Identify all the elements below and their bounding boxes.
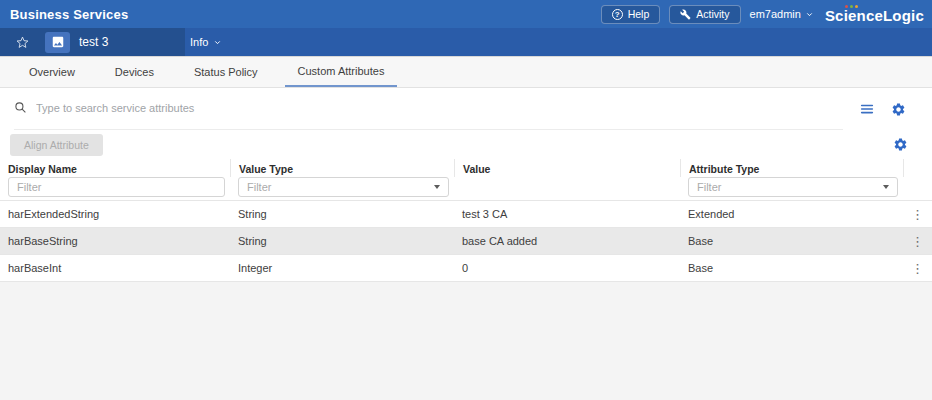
filter-select-value-type[interactable]: Filter — [238, 177, 449, 197]
filter-select-placeholder: Filter — [697, 181, 721, 193]
column-header-display-name[interactable]: Display Name — [0, 159, 230, 177]
cell-value-type: String — [230, 235, 454, 247]
service-thumbnail — [45, 32, 70, 53]
table-row[interactable]: harBaseInt Integer 0 Base — [0, 255, 932, 282]
image-icon — [51, 35, 65, 49]
cell-display-name: harExtendedString — [0, 208, 230, 220]
cell-attribute-type: Base — [680, 235, 903, 247]
cell-value: test 3 CA — [454, 208, 680, 220]
help-button[interactable]: Help — [601, 5, 661, 24]
align-attribute-button[interactable]: Align Attribute — [10, 134, 103, 156]
app-title: Business Services — [10, 7, 128, 22]
service-identity: test 3 — [0, 28, 185, 56]
info-dropdown-label: Info — [190, 36, 208, 48]
cell-value-type: String — [230, 208, 454, 220]
wrench-icon — [680, 9, 691, 20]
column-header-value-type[interactable]: Value Type — [230, 159, 454, 177]
user-name: em7admin — [750, 8, 801, 20]
tab-custom-attributes[interactable]: Custom Attributes — [285, 57, 398, 87]
table-header-row: Display Name Value Type Value Attribute … — [0, 159, 932, 177]
search-row — [0, 88, 932, 130]
tab-devices[interactable]: Devices — [102, 57, 167, 87]
row-actions-kebab-icon[interactable] — [903, 208, 932, 221]
topbar: Business Services Help Activity em7admin… — [0, 0, 932, 28]
info-dropdown[interactable]: Info — [190, 36, 222, 48]
dropdown-caret-icon — [883, 185, 889, 189]
tab-overview[interactable]: Overview — [16, 57, 88, 87]
grid-settings-gear-icon[interactable] — [893, 137, 908, 152]
logo-text: ScienceLogic — [825, 7, 924, 24]
service-name: test 3 — [79, 35, 108, 49]
cell-attribute-type: Base — [680, 262, 903, 274]
page-background-filler — [0, 282, 932, 400]
tab-bar: Overview Devices Status Policy Custom At… — [0, 57, 932, 88]
cell-display-name: harBaseInt — [0, 262, 230, 274]
service-header-bar: test 3 Info — [0, 28, 932, 57]
sciencelogic-logo: ScienceLogic — [825, 5, 924, 24]
search-input[interactable] — [36, 102, 843, 114]
cell-value: 0 — [454, 262, 680, 274]
activity-button-label: Activity — [696, 8, 729, 20]
list-view-toggle-icon[interactable] — [860, 103, 874, 115]
row-actions-kebab-icon[interactable] — [903, 262, 932, 275]
favorite-star-icon[interactable] — [16, 36, 29, 49]
table-row[interactable]: harExtendedString String test 3 CA Exten… — [0, 201, 932, 228]
chevron-down-icon — [805, 10, 814, 19]
topbar-actions: Help Activity em7admin ScienceLogic — [601, 5, 924, 24]
table-row[interactable]: harBaseString String base CA added Base — [0, 228, 932, 255]
table-filter-row: Filter Filter — [0, 177, 932, 201]
search-settings-gear-icon[interactable] — [891, 102, 906, 117]
grid-toolbar: Align Attribute — [0, 130, 932, 159]
cell-value-type: Integer — [230, 262, 454, 274]
dropdown-caret-icon — [434, 185, 440, 189]
search-field[interactable] — [14, 88, 843, 130]
help-icon — [612, 9, 623, 20]
search-icon — [14, 101, 27, 114]
help-button-label: Help — [628, 8, 650, 20]
filter-select-attribute-type[interactable]: Filter — [688, 177, 898, 197]
user-menu[interactable]: em7admin — [750, 8, 814, 20]
filter-select-placeholder: Filter — [247, 181, 271, 193]
cell-display-name: harBaseString — [0, 235, 230, 247]
column-header-value[interactable]: Value — [454, 159, 680, 177]
cell-value: base CA added — [454, 235, 680, 247]
column-header-actions — [903, 159, 932, 177]
row-actions-kebab-icon[interactable] — [903, 235, 932, 248]
tab-status-policy[interactable]: Status Policy — [181, 57, 271, 87]
activity-button[interactable]: Activity — [669, 5, 740, 24]
logo-dots — [845, 5, 858, 8]
chevron-down-icon — [213, 38, 222, 47]
column-header-attribute-type[interactable]: Attribute Type — [680, 159, 903, 177]
cell-attribute-type: Extended — [680, 208, 903, 220]
filter-input-display-name[interactable] — [8, 177, 225, 197]
